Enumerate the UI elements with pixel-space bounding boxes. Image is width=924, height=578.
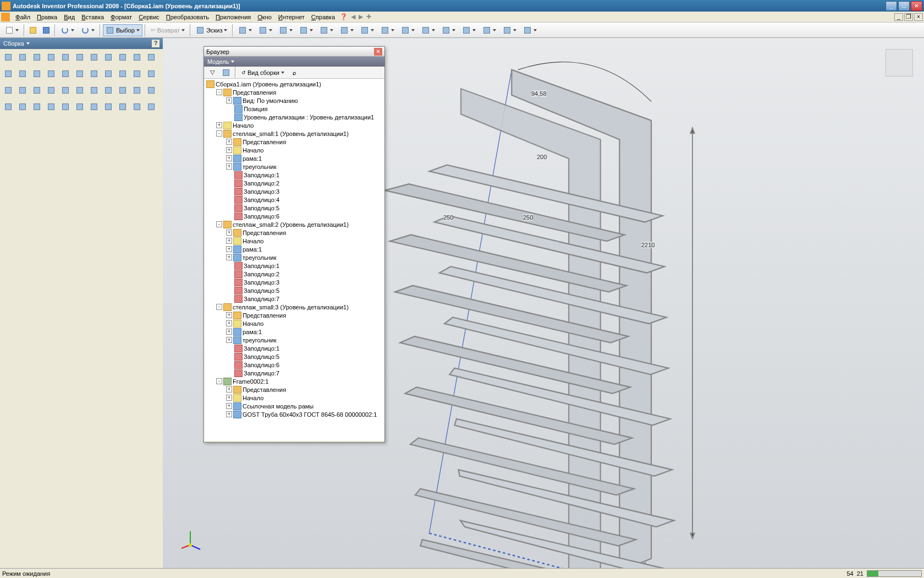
menu-приложения[interactable]: Приложения [212,13,254,21]
expander-icon[interactable]: + [216,122,222,128]
tree-node[interactable]: Заподлицо:6 [204,212,384,220]
close-button[interactable]: × [911,1,922,11]
assembly-tool[interactable] [102,101,114,113]
assembly-tool[interactable] [131,51,143,63]
menu-справка[interactable]: Справка [308,13,338,21]
menu-преобразовать[interactable]: Преобразовать [163,13,212,21]
tree-node[interactable]: Заподлицо:2 [204,270,384,278]
menu-вид[interactable]: Вид [61,13,78,21]
assembly-tool[interactable] [102,68,114,80]
expander-icon[interactable]: + [226,312,232,318]
expander-icon[interactable]: + [226,139,232,145]
tree-node[interactable]: Уровень детализации : Уровень детализаци… [204,113,384,121]
assembly-tool[interactable] [131,101,143,113]
browser-close-button[interactable]: × [374,48,382,56]
tree-node[interactable]: +Представления [204,228,384,237]
mdi-close-button[interactable]: × [914,13,923,21]
expander-icon[interactable]: + [226,254,232,260]
menu-сервис[interactable]: Сервис [135,13,163,21]
save-button[interactable] [40,24,52,36]
filter-icon[interactable]: ▽ [206,67,218,79]
expander-icon[interactable]: - [216,378,222,384]
tree-node[interactable]: +рама:1 [204,328,384,336]
assembly-tool[interactable] [74,101,86,113]
assembly-view-dropdown[interactable]: ↺Вид сборки [239,68,287,78]
panel-help-icon[interactable]: ? [152,40,160,47]
tree-node[interactable]: Заподлицо:3 [204,187,384,195]
assembly-tool[interactable] [59,68,72,80]
tree-node[interactable]: Заподлицо:7 [204,369,384,377]
assembly-tool[interactable] [16,51,29,63]
tree-node[interactable]: Позиция [204,105,384,113]
tree-node[interactable]: +Представления [204,138,384,146]
mdi-minimize-button[interactable]: _ [894,13,903,21]
assembly-tool[interactable] [88,84,100,96]
tree-node[interactable]: Заподлицо:5 [204,204,384,212]
expander-icon[interactable]: - [216,221,222,227]
assembly-tool[interactable] [117,84,129,96]
tree-node[interactable]: Заподлицо:3 [204,278,384,286]
tree-node[interactable]: Заподлицо:5 [204,352,384,361]
assembly-tool[interactable] [74,84,86,96]
tree-node[interactable]: +Начало [204,394,384,402]
assembly-tool[interactable] [131,68,143,80]
section-button[interactable] [439,24,458,36]
tree-node[interactable]: +Начало [204,319,384,328]
expander-icon[interactable]: + [226,386,232,392]
assembly-tool[interactable] [131,84,143,96]
new-dropdown[interactable] [2,24,21,36]
shadow-button[interactable] [358,24,377,36]
tree-node[interactable]: Заподлицо:4 [204,195,384,204]
app-menu-icon[interactable] [1,13,10,21]
assembly-tool[interactable] [16,68,29,80]
tree-node[interactable]: -стеллаж_small:2 (Уровень детализации1) [204,220,384,228]
search-icon[interactable]: ⌕ [289,67,301,79]
sketch-dropdown[interactable]: Эскиз [193,24,230,36]
expander-icon[interactable]: + [226,147,232,153]
assembly-tool[interactable] [102,51,114,63]
3d-viewport[interactable]: 94,58 200 250 250 2210 Браузер × Модель … [163,38,924,568]
tree-node[interactable]: +рама:1 [204,245,384,253]
help-icon[interactable]: ❓ [340,13,348,20]
expander-icon[interactable]: + [226,155,232,161]
assembly-tool[interactable] [88,68,100,80]
pan-button[interactable] [235,24,255,36]
expander-icon[interactable]: + [226,97,232,103]
menu-окно[interactable]: Окно [254,13,275,21]
assembly-tool[interactable] [2,51,14,63]
expander-icon[interactable]: - [216,89,222,95]
assembly-tool[interactable] [45,51,57,63]
viewcube[interactable] [886,49,913,77]
expander-icon[interactable]: + [226,163,232,170]
expander-icon[interactable]: + [226,329,232,335]
expander-icon[interactable]: + [226,230,232,236]
mdi-restore-button[interactable]: ❐ [904,13,913,21]
expander-icon[interactable]: - [216,130,222,137]
assembly-tool[interactable] [59,84,72,96]
tree-node[interactable]: +Представления [204,385,384,394]
slice-button[interactable] [459,24,479,36]
tree-node[interactable]: +Начало [204,121,384,129]
tree-node[interactable]: +треугольник [204,336,384,344]
assembly-tool[interactable] [117,51,129,63]
tree-node[interactable]: +GOST Труба 60x40x3 ГОСТ 8645-68 0000000… [204,410,384,418]
assembly-tool[interactable] [2,68,14,80]
redo-dropdown[interactable] [78,24,97,36]
tree-node[interactable]: +Начало [204,146,384,154]
tree-node[interactable]: +треугольник [204,253,384,261]
tree-node[interactable]: +треугольник [204,162,384,171]
model-tree[interactable]: Сборка1.iam (Уровень детализации1)-Предс… [204,79,384,441]
tree-node[interactable]: -Frame0002:1 [204,377,384,385]
tree-node[interactable]: Заподлицо:1 [204,344,384,352]
tree-node[interactable]: Заподлицо:1 [204,171,384,179]
assembly-tool[interactable] [31,84,43,96]
menu-формат[interactable]: Формат [107,13,135,21]
assembly-tool[interactable] [145,84,157,96]
arrow-left-icon[interactable]: ◀ [351,13,355,20]
assembly-tool[interactable] [117,68,129,80]
bg-button[interactable] [520,24,540,36]
tree-node[interactable]: Заподлицо:2 [204,179,384,187]
orbit-button[interactable] [317,24,336,36]
tree-node[interactable]: Заподлицо:5 [204,286,384,295]
menu-интернет[interactable]: Интернет [275,13,308,21]
